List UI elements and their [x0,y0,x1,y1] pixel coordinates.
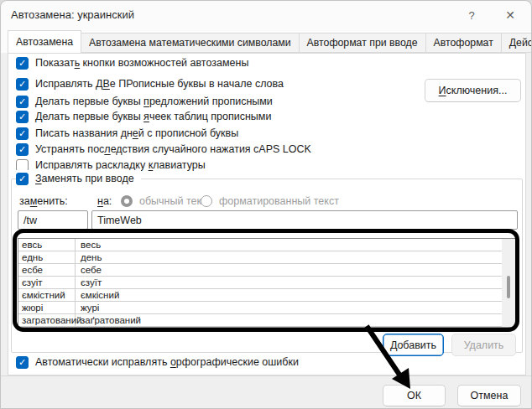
pair-replace-text: есбе [18,264,76,276]
checkbox-row-capitalize-sentences: Делать первые буквы предложений прописны… [16,93,273,110]
checkbox[interactable] [16,78,29,91]
pair-replace-text: єзуіт [18,277,76,288]
tab-bar: Автозамена Автозамена математическими си… [8,30,532,53]
pair-with-text: день [76,252,502,262]
radio-label: форматированный текст [219,195,339,207]
radio-plain-text: обычный текст [121,193,211,210]
checkbox-row-two-initial-capitals: Исправлять ДВе ПРописные буквы в начале … [16,75,284,92]
replace-label: заменить: [19,193,68,210]
checkbox-row-capitalize-table-cells: Делать первые буквы ячеек таблиц прописн… [16,108,271,125]
checkbox[interactable] [16,96,29,108]
pair-replace-text: еднь [18,251,76,263]
pair-replace-text: загратований [18,314,76,326]
checkbox[interactable] [16,173,29,185]
tab-autoformat-as-you-type[interactable]: Автоформат при вводе [300,33,426,53]
tab-autoformat[interactable]: Автоформат [426,33,502,53]
pair-replace-text: евсь [18,239,76,251]
scrollbar-thumb[interactable] [507,276,510,298]
checkbox-label: Заменять при вводе [35,173,134,184]
checkbox[interactable] [16,143,29,156]
checkbox-label: Исправлять раскладку клавиатуры [35,159,206,171]
checkbox[interactable] [16,57,29,70]
ok-button[interactable]: ОК [383,385,446,406]
pair-with-text: себе [76,265,502,275]
checkbox-row-capitalize-day-names: Писать названия дней с прописной буквы [16,125,238,142]
checkbox-label: Делать первые буквы предложений прописны… [35,96,273,107]
replace-pair-row[interactable]: загратований заґратований [18,314,502,327]
checkbox-label: Устранять последствия случайного нажатия… [35,143,311,155]
delete-button[interactable]: Удалить [451,334,516,356]
autocorrect-dialog: Автозамена: украинский ? ✕ Автозамена Ав… [0,0,532,409]
checkbox-label: Делать первые буквы ячеек таблиц прописн… [35,111,271,122]
checkbox-label: Автоматически исправлять орфографические… [35,356,299,368]
tab-autocorrect[interactable]: Автозамена [8,30,81,53]
checkbox[interactable] [16,127,29,140]
pair-with-text: заґратований [76,315,502,325]
tab-actions[interactable]: Действия [502,33,532,53]
checkbox-label: Писать названия дней с прописной буквы [35,127,238,139]
replace-pair-row[interactable]: єзуіт єзуїт [18,277,502,289]
checkbox-row-show-autocorrect-buttons: Показать кнопки возможностей автозамены [16,54,248,71]
replace-pair-row[interactable]: евсь весь [18,239,502,251]
radio-button[interactable] [121,195,133,207]
replace-input[interactable]: /tw [18,210,88,230]
title-bar: Автозамена: украинский ? ✕ [1,1,531,29]
with-label: на: [97,193,112,210]
pair-with-text: журі [76,303,502,313]
checkbox-row-spelling-autocorrect: Автоматически исправлять орфографические… [16,354,299,370]
replace-group-legend: Заменять при вводе [16,170,141,187]
radio-formatted-text: форматированный текст [201,193,339,210]
pair-with-text: ємкісний [76,290,502,300]
checkbox[interactable] [16,356,29,369]
replace-list[interactable]: евсь весь еднь день есбе себе єзуіт єзуї… [18,238,516,328]
replace-pair-row[interactable]: ємкістний ємкісний [18,289,502,302]
tab-math-autocorrect[interactable]: Автозамена математическими символами [81,33,300,53]
checkbox[interactable] [16,111,29,123]
replace-pair-row[interactable]: есбе себе [18,264,502,277]
checkbox-label: Исправлять ДВе ПРописные буквы в начале … [35,78,284,90]
replace-list-body: евсь весь еднь день есбе себе єзуіт єзуї… [18,239,502,327]
pair-with-text: єзуїт [76,277,502,287]
pair-with-text: весь [76,240,502,250]
cancel-button[interactable]: Отмена [457,385,521,406]
close-icon[interactable]: ✕ [498,4,523,26]
radio-button[interactable] [201,195,212,207]
scrollbar-track[interactable] [502,239,515,327]
exceptions-button[interactable]: Исключения... [425,79,521,102]
dialog-footer [1,375,531,408]
checkbox-label: Показать кнопки возможностей автозамены [35,57,248,69]
pair-replace-text: ємкістний [18,289,76,301]
help-icon[interactable]: ? [459,4,484,26]
dialog-title: Автозамена: украинский [11,8,134,21]
with-input[interactable]: TimeWeb [91,210,518,230]
checkbox-row-caps-lock: Устранять последствия случайного нажатия… [16,141,311,158]
pair-replace-text: жюрі [18,302,76,313]
add-button[interactable]: Добавить [383,334,444,356]
replace-pair-row[interactable]: еднь день [18,251,502,264]
replace-pair-row[interactable]: жюрі журі [18,302,502,314]
